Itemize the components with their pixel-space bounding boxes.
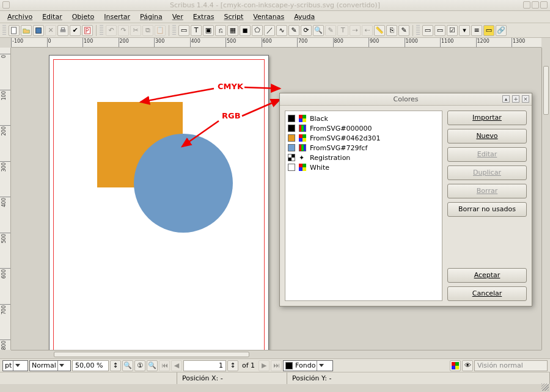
preflight-icon[interactable]: ✔ <box>70 25 81 36</box>
redo-icon[interactable]: ↷ <box>118 25 129 36</box>
toolbar-grip[interactable] <box>2 25 6 36</box>
vertical-scrollbar[interactable] <box>541 48 550 350</box>
zoom-icon[interactable]: 🔍 <box>313 25 324 36</box>
horizontal-scrollbar[interactable] <box>11 350 541 358</box>
zoom-spin-icon[interactable]: ↕ <box>110 360 121 371</box>
unit-select[interactable]: pt <box>2 360 28 371</box>
last-page-icon[interactable]: ⏭ <box>271 360 282 371</box>
next-page-icon[interactable]: ▶ <box>258 360 270 371</box>
color-list-item[interactable]: Black <box>288 114 439 123</box>
cancel-button[interactable]: Cancelar <box>447 286 527 301</box>
freehand-icon[interactable]: ✎ <box>288 25 299 36</box>
zoom-level-field[interactable]: 50,00 % <box>72 360 109 371</box>
toolbar-grip[interactable] <box>100 25 103 36</box>
pdf-text-icon[interactable]: ▭ <box>435 25 446 36</box>
edit-contents-icon[interactable]: ✎ <box>325 25 336 36</box>
color-list-item[interactable]: FromSVG#000000 <box>288 123 439 133</box>
print-icon[interactable] <box>57 25 68 36</box>
open-doc-icon[interactable] <box>21 25 32 36</box>
menu-editar[interactable]: Editar <box>38 12 66 22</box>
menu-pagina[interactable]: Página <box>136 12 166 22</box>
color-list-item[interactable]: White <box>288 162 439 172</box>
pdf-check-icon[interactable]: ☑ <box>447 25 458 36</box>
render-frame-icon[interactable]: ⎌ <box>215 25 226 36</box>
colors-listbox[interactable]: BlackFromSVG#000000FromSVG#0462d301FromS… <box>285 111 442 301</box>
rotate-icon[interactable]: ⟳ <box>301 25 312 36</box>
eyedropper-icon[interactable]: ✎ <box>398 25 409 36</box>
new-button[interactable]: Nuevo <box>447 129 527 143</box>
page-number-field[interactable]: 1 <box>183 360 226 371</box>
color-mgmt-icon[interactable] <box>450 360 461 371</box>
menu-archivo[interactable]: Archivo <box>4 12 36 22</box>
pdf-list-icon[interactable]: ≡ <box>471 25 482 36</box>
color-list-item[interactable]: FromSVG#729fcf <box>288 143 439 153</box>
colors-dialog-titlebar[interactable]: Colores ▴ + × <box>280 93 532 106</box>
measure-icon[interactable]: 📏 <box>374 25 385 36</box>
delete-unused-button[interactable]: Borrar no usados <box>447 202 527 217</box>
delete-button[interactable]: Borrar <box>447 184 527 198</box>
story-editor-icon[interactable]: T <box>337 25 348 36</box>
dialog-close-button[interactable]: × <box>522 95 529 103</box>
menu-extras[interactable]: Extras <box>189 12 218 22</box>
save-doc-icon[interactable] <box>33 25 44 36</box>
link-frames-icon[interactable]: ⇢ <box>350 25 361 36</box>
pdf-button-icon[interactable]: ▭ <box>422 25 433 36</box>
toolbar-grip[interactable] <box>416 25 420 36</box>
zoom-out-icon[interactable]: 🔍 <box>122 360 133 371</box>
menu-ayuda[interactable]: Ayuda <box>290 12 318 22</box>
edit-button[interactable]: Editar <box>447 147 527 162</box>
first-page-icon[interactable]: ⏮ <box>159 360 170 371</box>
pdf-link-icon[interactable]: 🔗 <box>496 25 507 36</box>
polygon-icon[interactable]: ⬠ <box>252 25 263 36</box>
color-list-item[interactable]: ✦Registration <box>288 153 439 162</box>
bezier-icon[interactable]: ∿ <box>276 25 287 36</box>
undo-icon[interactable]: ↶ <box>106 25 117 36</box>
paste-icon[interactable]: 📋 <box>155 25 166 36</box>
vertical-ruler[interactable]: 0100200300400500600700800 <box>0 48 11 350</box>
horizontal-ruler[interactable]: -100010020030040050060070080090010001100… <box>11 38 541 48</box>
window-resize-grip[interactable] <box>541 383 549 391</box>
colors-dialog[interactable]: Colores ▴ + × BlackFromSVG#000000FromSVG… <box>279 93 532 307</box>
menu-insertar[interactable]: Insertar <box>100 12 134 22</box>
color-list-item[interactable]: FromSVG#0462d301 <box>288 133 439 143</box>
copy-icon[interactable]: ⧉ <box>142 25 153 36</box>
copy-props-icon[interactable]: ⎘ <box>386 25 397 36</box>
window-minimize-button[interactable] <box>523 1 530 9</box>
menu-ver[interactable]: Ver <box>169 12 187 22</box>
zoom-100-icon[interactable]: ① <box>134 360 145 371</box>
window-close-button[interactable] <box>540 1 548 9</box>
zoom-in-icon[interactable]: 🔍 <box>147 360 158 371</box>
toolbar-grip[interactable] <box>172 25 176 36</box>
page-spin-icon[interactable]: ↕ <box>227 360 238 371</box>
window-menu-icon[interactable] <box>2 1 10 9</box>
layer-select[interactable]: Fondo <box>283 360 333 371</box>
pdf-combo-icon[interactable]: ▾ <box>459 25 470 36</box>
dialog-max-button[interactable]: + <box>512 95 519 103</box>
cut-icon[interactable]: ✂ <box>130 25 141 36</box>
menu-objeto[interactable]: Objeto <box>68 12 98 22</box>
duplicate-button[interactable]: Duplicar <box>447 165 527 180</box>
image-frame-icon[interactable]: ▣ <box>203 25 214 36</box>
menu-ventanas[interactable]: Ventanas <box>249 12 288 22</box>
new-doc-icon[interactable] <box>9 25 20 36</box>
line-icon[interactable]: ／ <box>264 25 275 36</box>
zoom-mode-select[interactable]: Normal <box>29 360 71 371</box>
menu-script[interactable]: Script <box>220 12 247 22</box>
registration-space-icon: ✦ <box>299 154 306 162</box>
close-doc-icon[interactable]: ✕ <box>45 25 56 36</box>
text-frame-icon[interactable]: T <box>191 25 202 36</box>
ok-button[interactable]: Aceptar <box>447 268 527 283</box>
shape-icon[interactable]: ◼ <box>240 25 251 36</box>
unlink-frames-icon[interactable]: ⇠ <box>362 25 373 36</box>
blue-circle-shape[interactable] <box>134 134 233 233</box>
preview-icon[interactable]: 👁 <box>462 360 473 371</box>
window-maximize-button[interactable] <box>532 1 539 9</box>
table-icon[interactable]: ▦ <box>227 25 238 36</box>
color-swatch <box>288 154 295 161</box>
import-button[interactable]: Importar <box>447 111 527 125</box>
export-pdf-icon[interactable]: P <box>82 25 93 36</box>
select-tool-icon[interactable]: ▭ <box>178 25 189 36</box>
dialog-shade-button[interactable]: ▴ <box>502 95 510 103</box>
prev-page-icon[interactable]: ◀ <box>171 360 182 371</box>
pdf-annot-icon[interactable]: ▭ <box>483 25 494 36</box>
